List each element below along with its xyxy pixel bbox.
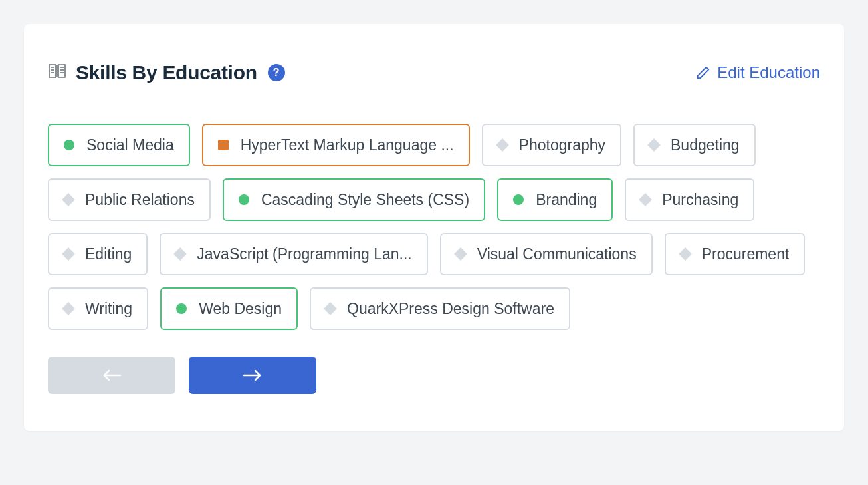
skill-pill[interactable]: Cascading Style Sheets (CSS) bbox=[223, 178, 485, 221]
skill-label: Visual Communications bbox=[477, 245, 637, 263]
skill-pill[interactable]: Writing bbox=[48, 287, 148, 330]
diamond-marker-icon bbox=[639, 193, 652, 206]
skill-label: HyperText Markup Language ... bbox=[241, 136, 454, 154]
skill-pill[interactable]: Editing bbox=[48, 233, 148, 275]
circle-marker-icon bbox=[176, 303, 187, 314]
book-icon bbox=[48, 63, 66, 82]
skills-list: Social MediaHyperText Markup Language ..… bbox=[48, 124, 820, 330]
diamond-marker-icon bbox=[454, 247, 467, 261]
edit-education-link[interactable]: Edit Education bbox=[696, 63, 820, 82]
diamond-marker-icon bbox=[647, 138, 661, 152]
skill-pill[interactable]: Procurement bbox=[665, 233, 806, 275]
skill-pill[interactable]: Visual Communications bbox=[440, 233, 653, 275]
skill-pill[interactable]: Public Relations bbox=[48, 178, 211, 221]
skill-pill[interactable]: Photography bbox=[482, 124, 621, 166]
circle-marker-icon bbox=[64, 140, 74, 150]
skill-label: JavaScript (Programming Lan... bbox=[197, 245, 411, 263]
skill-label: Photography bbox=[519, 136, 605, 154]
circle-marker-icon bbox=[513, 194, 524, 205]
help-icon[interactable]: ? bbox=[268, 64, 285, 81]
diamond-marker-icon bbox=[173, 247, 187, 261]
skill-pill[interactable]: Budgeting bbox=[633, 124, 756, 166]
diamond-marker-icon bbox=[62, 193, 75, 206]
circle-marker-icon bbox=[239, 194, 249, 205]
square-marker-icon bbox=[218, 140, 229, 150]
header-left: Skills By Education ? bbox=[48, 61, 285, 84]
skill-pill[interactable]: HyperText Markup Language ... bbox=[202, 124, 470, 166]
pagination-nav bbox=[48, 357, 820, 394]
skill-pill[interactable]: Purchasing bbox=[625, 178, 754, 221]
skill-label: QuarkXPress Design Software bbox=[347, 300, 554, 318]
card-header: Skills By Education ? Edit Education bbox=[48, 61, 820, 84]
next-button[interactable] bbox=[189, 357, 316, 394]
diamond-marker-icon bbox=[324, 302, 337, 315]
skill-label: Cascading Style Sheets (CSS) bbox=[261, 191, 469, 209]
skill-pill[interactable]: QuarkXPress Design Software bbox=[310, 287, 570, 330]
diamond-marker-icon bbox=[62, 302, 75, 315]
arrow-left-icon bbox=[100, 369, 123, 382]
skill-pill[interactable]: JavaScript (Programming Lan... bbox=[160, 233, 427, 275]
skill-pill[interactable]: Branding bbox=[497, 178, 613, 221]
skill-label: Procurement bbox=[702, 245, 790, 263]
prev-button[interactable] bbox=[48, 357, 175, 394]
skill-label: Budgeting bbox=[671, 136, 740, 154]
card-title: Skills By Education bbox=[76, 61, 257, 84]
skill-label: Editing bbox=[85, 245, 132, 263]
edit-education-label: Edit Education bbox=[717, 63, 820, 82]
skills-card: Skills By Education ? Edit Education Soc… bbox=[24, 24, 844, 431]
pencil-icon bbox=[696, 65, 710, 80]
arrow-right-icon bbox=[241, 369, 264, 382]
diamond-marker-icon bbox=[679, 247, 692, 261]
skill-pill[interactable]: Social Media bbox=[48, 124, 190, 166]
skill-label: Public Relations bbox=[85, 191, 195, 209]
skill-label: Branding bbox=[536, 191, 597, 209]
skill-label: Writing bbox=[85, 300, 132, 318]
skill-label: Purchasing bbox=[662, 191, 738, 209]
skill-label: Web Design bbox=[199, 300, 282, 318]
diamond-marker-icon bbox=[496, 138, 509, 152]
skill-pill[interactable]: Web Design bbox=[160, 287, 298, 330]
diamond-marker-icon bbox=[62, 247, 75, 261]
skill-label: Social Media bbox=[86, 136, 174, 154]
